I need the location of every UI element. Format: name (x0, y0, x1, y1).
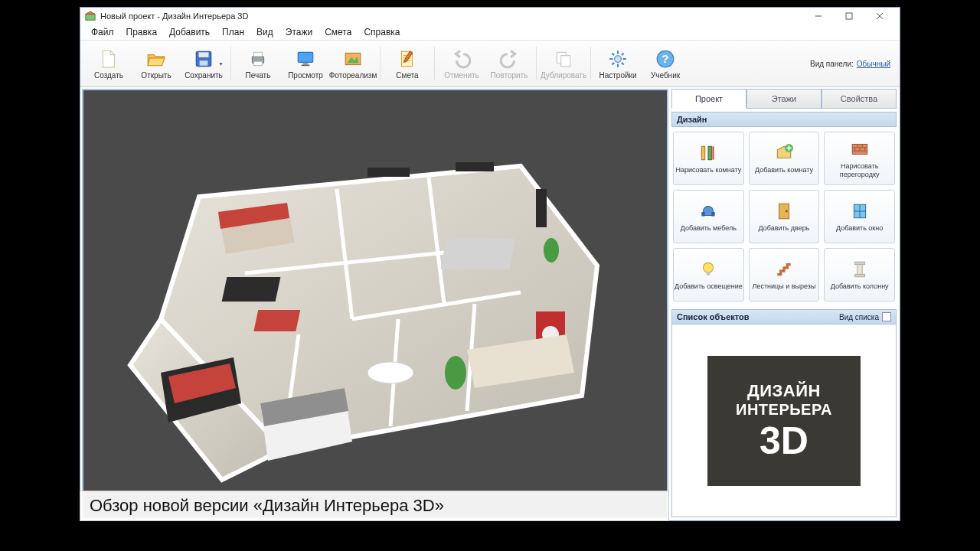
window-title: Новый проект - Дизайн Интерьера 3D (100, 11, 248, 21)
svg-rect-85 (854, 275, 864, 277)
photorealism-button[interactable]: Фотореализм (329, 43, 377, 84)
floppy-icon (193, 48, 214, 70)
menubar: Файл Правка Добавить План Вид Этажи Смет… (80, 24, 900, 40)
estimate-button[interactable]: Смета (384, 43, 431, 84)
toolbar-separator (536, 47, 537, 80)
svg-line-31 (622, 53, 624, 55)
bulb-icon (697, 259, 719, 280)
room-add-icon (773, 142, 795, 164)
undo-icon (451, 48, 472, 70)
floorplan-render (83, 90, 667, 517)
undo-button[interactable]: Отменить (438, 43, 485, 84)
tab-floors[interactable]: Этажи (746, 89, 822, 109)
add-window-button[interactable]: Добавить окно (824, 190, 895, 243)
menu-floors[interactable]: Этажи (279, 25, 318, 39)
settings-button[interactable]: Настройки (594, 43, 642, 84)
monitor-icon (295, 48, 316, 70)
svg-rect-62 (708, 147, 711, 160)
svg-marker-1 (86, 11, 95, 15)
svg-rect-11 (254, 61, 263, 65)
svg-rect-82 (707, 272, 710, 276)
menu-edit[interactable]: Правка (120, 25, 164, 39)
menu-view[interactable]: Вид (250, 25, 279, 39)
duplicate-button[interactable]: Дублировать (540, 43, 587, 84)
tab-project[interactable]: Проект (671, 89, 746, 109)
svg-rect-3 (846, 13, 852, 19)
draw-wall-button[interactable]: Нарисовать перегородку (824, 132, 895, 185)
door-icon (773, 201, 795, 222)
minimize-button[interactable] (803, 8, 834, 24)
section-objects-header: Список объектов Вид списка (671, 309, 897, 324)
armchair-icon (697, 201, 719, 222)
svg-rect-10 (254, 52, 263, 56)
svg-rect-8 (200, 60, 208, 66)
titlebar[interactable]: Новый проект - Дизайн Интерьера 3D (80, 8, 900, 24)
svg-point-81 (704, 263, 714, 273)
viewport-3d[interactable] (82, 89, 668, 519)
brick-wall-icon (849, 139, 871, 160)
svg-rect-22 (561, 55, 570, 66)
help-icon: ? (655, 48, 676, 70)
add-light-button[interactable]: Добавить освещение (673, 248, 744, 302)
svg-point-54 (368, 362, 413, 383)
create-button[interactable]: Создать (85, 43, 132, 84)
design-tools-grid: Нарисовать комнату Добавить комнату Нари… (671, 127, 897, 306)
svg-rect-46 (253, 310, 300, 331)
svg-rect-47 (441, 239, 515, 269)
svg-rect-84 (854, 262, 864, 265)
maximize-button[interactable] (834, 8, 864, 24)
promo-banner: ДИЗАЙН ИНТЕРЬЕРА 3D (707, 356, 861, 486)
menu-file[interactable]: Файл (85, 25, 120, 39)
svg-point-56 (544, 238, 559, 262)
svg-rect-0 (86, 14, 95, 20)
redo-button[interactable]: Повторить (485, 43, 533, 84)
stairs-button[interactable]: Лестницы и вырезы (749, 248, 820, 302)
svg-rect-13 (303, 63, 309, 64)
add-furniture-button[interactable]: Добавить мебель (673, 190, 744, 243)
draw-room-button[interactable]: Нарисовать комнату (673, 132, 744, 185)
svg-point-77 (786, 210, 788, 213)
toolbar: Создать Открыть Сохранить ▼ Печать Просм… (80, 40, 900, 87)
object-list: ДИЗАЙН ИНТЕРЬЕРА 3D (671, 324, 897, 517)
toolbar-separator (434, 47, 435, 80)
preview-button[interactable]: Просмотр (282, 43, 329, 84)
add-column-button[interactable]: Добавить колонну (824, 248, 895, 302)
window-icon (849, 201, 871, 222)
panel-view-link[interactable]: Обычный (857, 60, 890, 68)
printer-icon (247, 48, 269, 70)
save-button[interactable]: Сохранить ▼ (180, 43, 227, 84)
svg-rect-14 (302, 64, 310, 66)
column-icon (849, 259, 871, 280)
tab-properties[interactable]: Свойства (822, 89, 897, 109)
svg-rect-83 (857, 264, 862, 276)
close-button[interactable] (864, 8, 895, 24)
add-door-button[interactable]: Добавить дверь (749, 190, 820, 243)
menu-estimate[interactable]: Смета (318, 25, 358, 39)
svg-rect-61 (702, 147, 705, 160)
folder-open-icon (145, 48, 167, 70)
stairs-icon (773, 259, 795, 280)
svg-rect-12 (298, 52, 313, 62)
svg-rect-74 (702, 212, 705, 216)
list-view-link[interactable]: Вид списка (839, 312, 891, 321)
chevron-down-icon: ▼ (218, 61, 224, 67)
side-panel: Проект Этажи Свойства Дизайн Нарисовать … (670, 87, 900, 520)
svg-text:?: ? (662, 52, 668, 65)
svg-rect-59 (456, 162, 494, 171)
svg-rect-7 (199, 52, 209, 57)
svg-point-55 (445, 356, 466, 390)
section-design-header: Дизайн (671, 112, 897, 127)
manual-button[interactable]: ? Учебник (642, 43, 689, 84)
toolbar-separator (380, 47, 381, 80)
svg-line-30 (612, 62, 614, 64)
print-button[interactable]: Печать (234, 43, 282, 84)
menu-help[interactable]: Справка (358, 25, 406, 39)
open-button[interactable]: Открыть (132, 43, 180, 84)
app-icon (85, 11, 96, 21)
svg-line-28 (612, 53, 614, 55)
menu-plan[interactable]: План (216, 25, 250, 39)
list-thumb-icon (882, 312, 891, 321)
add-room-button[interactable]: Добавить комнату (749, 132, 820, 185)
menu-add[interactable]: Добавить (163, 25, 216, 39)
app-window: Новый проект - Дизайн Интерьера 3D Файл … (80, 7, 900, 521)
